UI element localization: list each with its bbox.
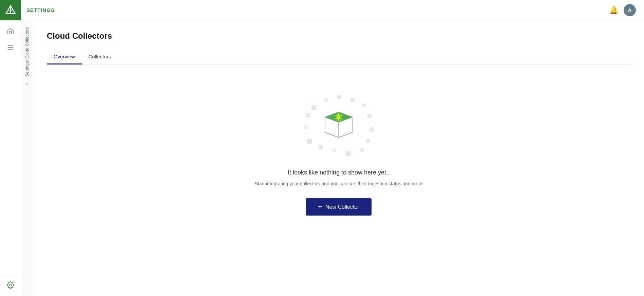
breadcrumb-expand-icon[interactable]: › xyxy=(26,81,28,86)
empty-state: It looks like nothing to show here yet..… xyxy=(47,64,630,236)
sidebar-home-icon[interactable] xyxy=(4,24,17,38)
breadcrumb-sidebar: Settings: Cloud Collectors › xyxy=(21,20,33,296)
svg-point-6 xyxy=(10,284,12,286)
tab-collectors[interactable]: Collectors xyxy=(82,50,118,64)
empty-state-illustration xyxy=(301,92,376,160)
settings-gear-icon[interactable] xyxy=(7,281,14,291)
tabs: Overview Collectors xyxy=(47,50,630,64)
new-collector-button[interactable]: + New Collector xyxy=(306,198,371,216)
page-title: Cloud Collectors xyxy=(47,31,630,41)
breadcrumb: Settings: Cloud Collectors xyxy=(25,27,30,77)
breadcrumb-cloud-collectors[interactable]: Cloud Collectors xyxy=(25,27,30,59)
sidebar-settings-section xyxy=(0,276,21,296)
empty-state-subtitle: Start integrating your collectors and yo… xyxy=(255,180,423,187)
tab-overview[interactable]: Overview xyxy=(47,50,82,64)
top-bar: SETTINGS 🔔 A xyxy=(0,0,644,20)
main-content: Cloud Collectors Overview Collectors xyxy=(33,20,644,296)
app-title: SETTINGS xyxy=(21,7,609,13)
left-sidebar xyxy=(0,20,21,296)
breadcrumb-settings: Settings: xyxy=(25,59,30,77)
notification-bell-icon[interactable]: 🔔 xyxy=(609,6,618,15)
avatar[interactable]: A xyxy=(624,4,636,16)
empty-state-title: It looks like nothing to show here yet.. xyxy=(288,169,390,176)
plus-icon: + xyxy=(318,203,322,211)
sidebar-menu-icon[interactable] xyxy=(4,41,17,54)
new-collector-button-label: New Collector xyxy=(325,204,359,210)
top-bar-actions: 🔔 A xyxy=(609,4,644,16)
logo xyxy=(0,0,21,20)
